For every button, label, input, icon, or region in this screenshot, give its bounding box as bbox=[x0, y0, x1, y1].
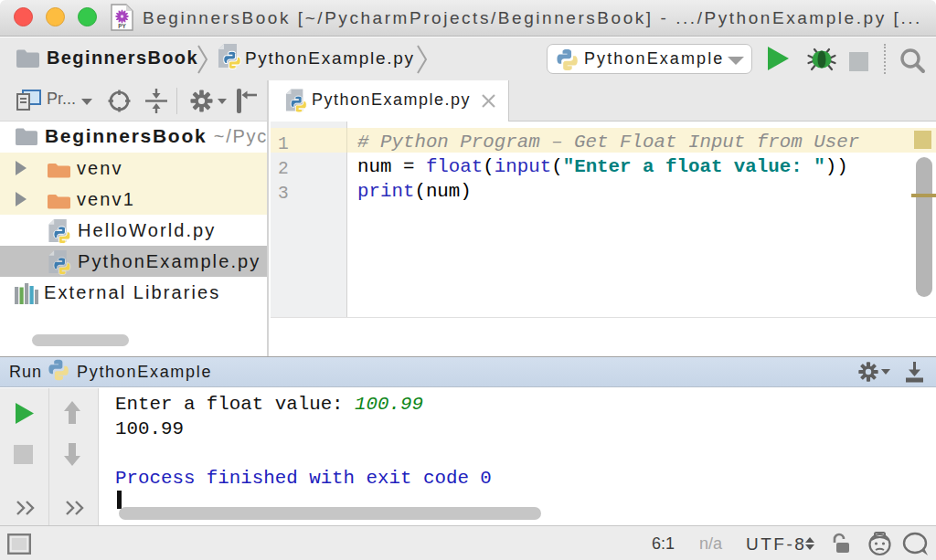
svg-text:PY: PY bbox=[118, 23, 126, 29]
